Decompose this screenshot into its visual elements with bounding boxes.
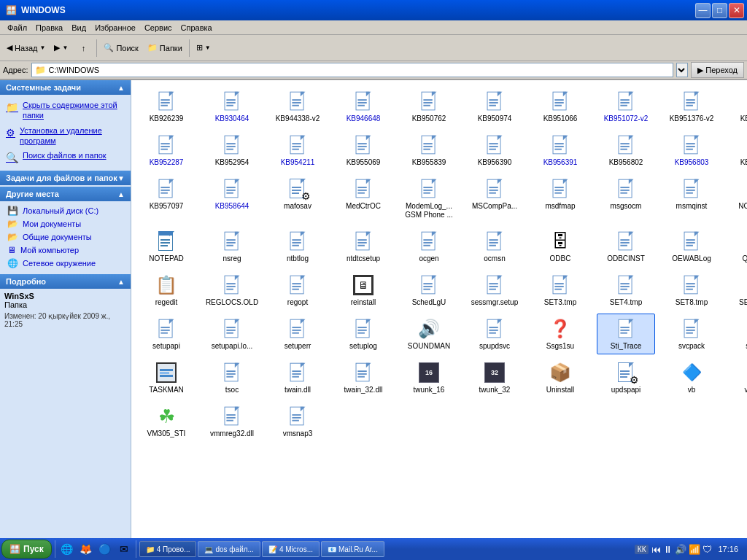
file-item[interactable]: KB930464 — [203, 86, 261, 127]
tray-media-icon[interactable]: ⏮ — [651, 544, 661, 555]
file-item[interactable]: setupapi — [137, 314, 196, 354]
tray-network-icon[interactable]: 📶 — [689, 544, 700, 555]
file-item[interactable]: SET8.tmp — [662, 270, 721, 311]
address-dropdown[interactable] — [676, 63, 688, 77]
file-item[interactable]: ☘VM305_STI — [137, 401, 196, 442]
file-item[interactable]: SET25.tmp — [728, 270, 747, 311]
task-btn-3[interactable]: 📝 4 Micros... — [262, 541, 320, 557]
install-remove-link[interactable]: ⚙ Установка и удаление программ — [4, 123, 126, 149]
my-docs-link[interactable]: 📂 Мои документы — [4, 217, 126, 230]
file-item[interactable]: ocmsn — [465, 226, 524, 267]
search-files-link[interactable]: 🔍 Поиск файлов и папок — [4, 148, 126, 166]
file-item[interactable]: KB957097 — [137, 174, 196, 223]
file-item[interactable]: KB956802 — [597, 130, 655, 171]
file-item[interactable]: KB950974 — [465, 86, 524, 127]
file-item[interactable]: KB951066 — [531, 86, 589, 127]
file-item[interactable]: 🗄ODBC — [531, 226, 589, 267]
task-btn-4[interactable]: 📧 Mail.Ru Ar... — [321, 541, 384, 557]
file-tasks-header[interactable]: Задачи для файлов и папок ▼ — [0, 171, 131, 185]
file-item[interactable]: KB956390 — [465, 130, 524, 171]
file-item[interactable]: 📋regedit — [137, 270, 196, 311]
file-item[interactable]: 🔊SOUNDMAN — [400, 314, 458, 354]
file-item[interactable]: MSCompPa... — [465, 174, 524, 223]
file-item[interactable]: KB955839 — [400, 130, 458, 171]
file-item[interactable]: msdfmap — [531, 174, 589, 223]
menu-file[interactable]: Файл — [3, 22, 31, 34]
file-item[interactable]: twain_32.dll — [334, 357, 392, 398]
file-item[interactable]: msmqinst — [662, 174, 721, 223]
ql-firefox-button[interactable]: 🦊 — [77, 540, 95, 558]
file-area[interactable]: KB926239 KB930464 KB944338-v2 — [131, 80, 747, 542]
menu-edit[interactable]: Правка — [31, 22, 67, 34]
file-item[interactable]: KB956841 — [728, 130, 747, 171]
menu-favorites[interactable]: Избранное — [90, 22, 140, 34]
file-item[interactable]: 📦Uninstall — [531, 357, 589, 398]
lang-indicator[interactable]: КК — [635, 545, 649, 554]
menu-view[interactable]: Вид — [67, 22, 90, 34]
folders-button[interactable]: 📁 Папки — [144, 38, 186, 58]
minimize-button[interactable]: — — [695, 3, 711, 18]
file-item[interactable]: KB926239 — [137, 86, 196, 127]
file-item[interactable]: 16twunk_16 — [400, 357, 458, 398]
go-button[interactable]: ▶ Переход — [691, 62, 744, 78]
details-header[interactable]: Подробно ▲ — [0, 274, 131, 289]
my-computer-link[interactable]: 🖥 Мой компьютер — [4, 244, 126, 257]
file-item[interactable]: tsoc — [203, 357, 261, 398]
tray-play-icon[interactable]: ⏸ — [663, 544, 673, 555]
file-item[interactable]: KB951072-v2 — [597, 86, 655, 127]
file-item[interactable]: ocgen — [400, 226, 458, 267]
file-item[interactable]: spupdsvc — [465, 314, 524, 354]
file-item[interactable]: ntdtcsetup — [334, 226, 392, 267]
file-item[interactable]: KB951376-v2 — [662, 86, 721, 127]
file-item[interactable]: KB955069 — [334, 130, 392, 171]
maximize-button[interactable]: □ — [712, 3, 727, 18]
file-item[interactable]: KB952954 — [203, 130, 261, 171]
file-item[interactable]: setupapi.lo... — [203, 314, 261, 354]
file-item[interactable]: sessmgr.setup — [465, 270, 524, 311]
file-item[interactable]: KB951698 — [728, 86, 747, 127]
file-item[interactable]: ModemLog_... GSM Phone ... — [400, 174, 458, 223]
shared-docs-link[interactable]: 📂 Общие документы — [4, 230, 126, 244]
file-item[interactable]: 🖥reinstall — [334, 270, 392, 311]
file-item[interactable]: OEWABLog — [662, 226, 721, 267]
file-item[interactable]: setuperr — [268, 314, 327, 354]
file-item[interactable]: SET3.tmp — [531, 270, 589, 311]
file-item[interactable]: svcpack — [662, 314, 721, 354]
ql-browser2-button[interactable]: 🔵 — [96, 540, 114, 558]
file-item[interactable]: SET4.tmp — [597, 270, 655, 311]
file-item[interactable]: 🔷vb — [662, 357, 721, 398]
file-item[interactable]: NOTEPAD — [137, 226, 196, 267]
file-item[interactable]: Sti_Trace — [597, 314, 655, 354]
back-button[interactable]: ◀ Назад ▼ — [3, 38, 49, 58]
ql-mail-button[interactable]: ✉ — [115, 540, 133, 558]
forward-button[interactable]: ▶ ▼ — [50, 38, 71, 58]
file-item[interactable]: vbaddin — [728, 357, 747, 398]
ql-ie-button[interactable]: 🌐 — [58, 540, 76, 558]
hide-folder-link[interactable]: 📁 Скрыть содержимое этой папки — [4, 98, 126, 123]
menu-tools[interactable]: Сервис — [140, 22, 177, 34]
file-item[interactable]: KB956391 — [531, 130, 589, 171]
file-item[interactable]: vmsnap3 — [268, 401, 327, 442]
start-button[interactable]: 🪟 Пуск — [1, 540, 52, 559]
file-item[interactable]: SchedLgU — [400, 270, 458, 311]
network-link[interactable]: 🌐 Сетевое окружение — [4, 257, 126, 270]
file-item[interactable]: KB952287 — [137, 130, 196, 171]
menu-help[interactable]: Справка — [177, 22, 217, 34]
file-item[interactable]: KB944338-v2 — [268, 86, 327, 127]
task-btn-2[interactable]: 💻 dos файл... — [198, 541, 260, 557]
file-item[interactable]: Q307271 — [728, 226, 747, 267]
file-item[interactable]: KB958644 — [203, 174, 261, 223]
file-item[interactable]: setuplog — [334, 314, 392, 354]
file-item[interactable]: ⚙mafosav — [268, 174, 327, 223]
file-item[interactable]: ntbtlog — [268, 226, 327, 267]
file-item[interactable]: KB950762 — [400, 86, 458, 127]
file-item[interactable]: twain.dll — [268, 357, 327, 398]
file-item[interactable]: vmmreg32.dll — [203, 401, 261, 442]
file-item[interactable]: system — [728, 314, 747, 354]
close-button[interactable]: ✕ — [729, 3, 744, 18]
file-item[interactable]: REGLOCS.OLD — [203, 270, 261, 311]
search-button[interactable]: 🔍 Поиск — [100, 38, 142, 58]
address-input-container[interactable]: 📁 C:\WINDOWS — [31, 63, 674, 77]
task-btn-1[interactable]: 📁 4 Прово... — [139, 541, 197, 557]
file-item[interactable]: KB956803 — [662, 130, 721, 171]
